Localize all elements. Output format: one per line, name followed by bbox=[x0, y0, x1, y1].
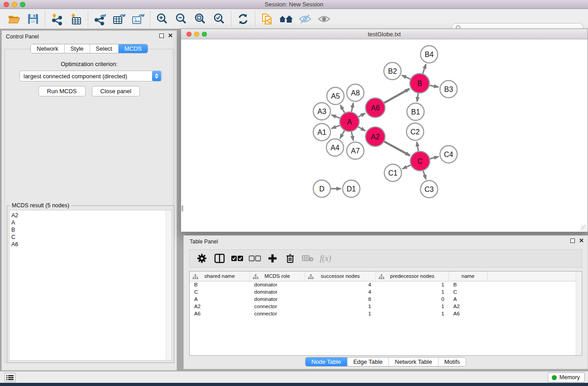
close-network-window-button[interactable] bbox=[186, 32, 191, 37]
table-cell[interactable]: A6 bbox=[449, 310, 487, 317]
table-row[interactable]: Bdominator41B bbox=[190, 281, 582, 288]
graph-edge-C-C3[interactable] bbox=[423, 171, 426, 179]
import-table-button[interactable] bbox=[67, 10, 86, 28]
select-all-icon[interactable] bbox=[230, 252, 244, 265]
show-columns-icon[interactable] bbox=[213, 252, 226, 265]
delete-column-trash-icon[interactable] bbox=[283, 252, 297, 265]
export-network-button[interactable] bbox=[91, 10, 110, 28]
zoom-in-button[interactable] bbox=[153, 10, 172, 28]
column-header-shared-name[interactable]: shared name bbox=[190, 272, 250, 281]
zoom-selected-button[interactable] bbox=[210, 10, 229, 28]
tab-edge-table[interactable]: Edge Table bbox=[347, 357, 389, 366]
canvas-scrollbar-stub[interactable] bbox=[182, 205, 183, 211]
table-cell[interactable]: dominator bbox=[250, 281, 305, 288]
minimize-window-button[interactable] bbox=[12, 2, 17, 7]
table-cell[interactable]: C bbox=[190, 288, 250, 295]
table-cell[interactable]: 8 bbox=[305, 295, 376, 303]
tab-node-table[interactable]: Node Table bbox=[306, 357, 348, 366]
graph-edge-A-A8[interactable] bbox=[351, 103, 353, 112]
unselect-all-icon[interactable] bbox=[248, 252, 262, 265]
graph-edge-C-C1[interactable] bbox=[402, 165, 411, 169]
zoom-network-window-button[interactable] bbox=[202, 32, 207, 37]
float-table-panel-icon[interactable] bbox=[570, 238, 575, 243]
table-cell[interactable]: 0 bbox=[376, 295, 449, 303]
close-window-button[interactable] bbox=[4, 2, 9, 7]
export-image-button[interactable] bbox=[129, 10, 148, 28]
table-cell[interactable]: 4 bbox=[305, 288, 376, 295]
tab-style[interactable]: Style bbox=[65, 44, 90, 53]
table-cell[interactable]: connector bbox=[250, 303, 305, 310]
table-cell[interactable]: B bbox=[449, 281, 487, 288]
graph-edge-A-A4[interactable] bbox=[340, 131, 344, 138]
list-scrollbar[interactable] bbox=[166, 210, 172, 360]
tab-network[interactable]: Network bbox=[31, 44, 65, 53]
column-header-successor-nodes[interactable]: successor nodes bbox=[305, 272, 376, 281]
table-cell[interactable]: dominator bbox=[250, 288, 305, 295]
column-header-predecessor-nodes[interactable]: predecessor nodes bbox=[376, 272, 449, 281]
tab-mcds[interactable]: MCDS bbox=[119, 44, 148, 53]
graph-edge-A-A2[interactable] bbox=[358, 127, 365, 131]
graph-edge-A-A6[interactable] bbox=[359, 113, 365, 117]
table-row[interactable]: Adominator80A bbox=[190, 295, 582, 303]
table-cell[interactable]: 1 bbox=[376, 303, 449, 310]
graph-edge-B-B2[interactable] bbox=[402, 75, 411, 79]
table-cell[interactable]: A6 bbox=[190, 310, 250, 317]
create-column-plus-icon[interactable] bbox=[266, 252, 279, 265]
graph-edge-A-A1[interactable] bbox=[332, 125, 340, 129]
zoom-window-button[interactable] bbox=[20, 2, 25, 7]
table-cell[interactable]: 1 bbox=[376, 281, 449, 288]
memory-button[interactable]: Memory bbox=[548, 372, 585, 382]
zoom-fit-button[interactable] bbox=[191, 10, 210, 28]
close-panel-icon[interactable]: ✕ bbox=[168, 33, 173, 38]
run-mcds-button[interactable]: Run MCDS bbox=[38, 86, 86, 96]
table-settings-gear-icon[interactable] bbox=[195, 252, 209, 265]
network-canvas[interactable]: B4B2B3B1A5A8A3A1A4A7C2C4C1C3DD1AA6A2BC bbox=[182, 40, 587, 231]
mcds-result-item[interactable]: A bbox=[11, 219, 172, 226]
table-cell[interactable]: dominator bbox=[250, 295, 305, 303]
hide-details-button[interactable] bbox=[296, 10, 315, 28]
table-cell[interactable]: B bbox=[190, 281, 250, 288]
table-cell[interactable]: 1 bbox=[376, 310, 449, 317]
table-cell[interactable]: 1 bbox=[305, 310, 376, 317]
dropdown-stepper-icon[interactable] bbox=[152, 71, 161, 81]
column-header-name[interactable]: name bbox=[449, 272, 487, 281]
mcds-result-list[interactable]: A2ABCA6 bbox=[9, 210, 172, 361]
minimize-network-window-button[interactable] bbox=[194, 32, 199, 37]
node-table[interactable]: shared nameMCDS rolesuccessor nodesprede… bbox=[189, 271, 582, 356]
mcds-result-item[interactable]: A2 bbox=[11, 212, 172, 219]
mcds-result-item[interactable]: C bbox=[11, 234, 172, 241]
graph-edge-A-A3[interactable] bbox=[332, 115, 340, 118]
tab-select[interactable]: Select bbox=[90, 44, 119, 53]
table-cell[interactable]: connector bbox=[250, 310, 305, 317]
table-cell[interactable]: 4 bbox=[305, 281, 376, 288]
import-network-button[interactable] bbox=[48, 10, 67, 28]
graph-edge-C-C4[interactable] bbox=[430, 157, 439, 158]
mcds-result-item[interactable]: A6 bbox=[11, 241, 172, 248]
close-panel-button[interactable]: Close panel bbox=[92, 86, 140, 96]
table-row[interactable]: A2connector11A2 bbox=[190, 303, 582, 310]
table-cell[interactable]: A bbox=[449, 295, 487, 303]
mcds-result-item[interactable]: B bbox=[11, 226, 172, 234]
graph-edge-B-B1[interactable] bbox=[417, 93, 418, 101]
graph-edge-A2-C[interactable] bbox=[384, 142, 410, 156]
table-row[interactable]: A6connector11A6 bbox=[190, 310, 582, 317]
graph-edge-A-A5[interactable] bbox=[340, 105, 344, 113]
table-scrollbar[interactable] bbox=[576, 272, 582, 355]
graph-edge-C-C2[interactable] bbox=[417, 142, 418, 151]
task-history-button[interactable] bbox=[5, 373, 15, 382]
float-panel-icon[interactable] bbox=[159, 33, 164, 38]
tab-network-table[interactable]: Network Table bbox=[389, 357, 438, 366]
graph-edge-A6-B[interactable] bbox=[384, 89, 410, 103]
graph-edge-B-B4[interactable] bbox=[423, 64, 426, 74]
table-cell[interactable]: 1 bbox=[376, 288, 449, 295]
show-details-button[interactable] bbox=[315, 10, 334, 28]
optimization-criterion-dropdown[interactable]: largest connected component (directed) bbox=[19, 71, 162, 81]
tab-motifs[interactable]: Motifs bbox=[438, 357, 466, 366]
open-session-button[interactable] bbox=[5, 10, 24, 28]
column-header-MCDS-role[interactable]: MCDS role bbox=[250, 272, 305, 281]
table-cell[interactable]: C bbox=[449, 288, 487, 295]
home-view-button[interactable] bbox=[277, 10, 296, 28]
table-cell[interactable]: 1 bbox=[305, 303, 376, 310]
window-resize-grip[interactable] bbox=[581, 225, 587, 231]
refresh-layout-button[interactable] bbox=[234, 10, 253, 28]
